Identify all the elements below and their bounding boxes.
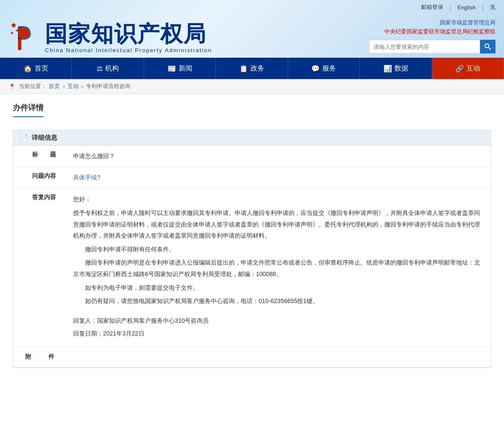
separator1: | xyxy=(450,4,451,11)
question-label: 问题内容 xyxy=(13,167,65,188)
navigation: 🏠 首页 ⚖ 机构 📰 新闻 📋 政务 💬 服务 📊 数据 🔗 互动 xyxy=(0,58,504,79)
search-bar xyxy=(369,40,495,53)
mailbox-link[interactable]: 邮箱登录 xyxy=(421,3,443,11)
svg-line-6 xyxy=(489,47,491,50)
attachment-label: 附 件 xyxy=(13,347,65,368)
svg-point-5 xyxy=(485,44,489,48)
answer-label: 答复内容 xyxy=(13,188,65,347)
location-icon: 📍 xyxy=(9,83,15,90)
answer-line-5: 如仍有疑问，请您致电国家知识产权局客户服务中心咨询，电话：010-6235665… xyxy=(73,295,482,307)
nav-institution[interactable]: ⚖ 机构 xyxy=(72,58,144,79)
news-icon: 📰 xyxy=(168,65,176,73)
link-discipline-inspection[interactable]: 中央纪委国家监委驻市场监管总局纪检监察组 xyxy=(384,28,495,35)
detail-header-text: 详细信息 xyxy=(32,134,57,142)
breadcrumb-prefix: 当前位置： xyxy=(19,82,47,90)
table-row-title: 标 题 申请怎么撤回？ xyxy=(13,146,491,167)
main-content: 办件详情 📄 详细信息 标 题 申请怎么撤回？ 问题内容 具体手续? 答复内容 … xyxy=(0,94,504,377)
logo-cn: 国家知识产权局 xyxy=(45,19,212,49)
nav-service[interactable]: 💬 服务 xyxy=(288,58,360,79)
header-top: 邮箱登录 | English | 无 xyxy=(0,0,504,15)
reply-info: 回复人：国家知识产权局客户服务中心310号咨询员 回复日期：2021年3月22日 xyxy=(73,315,482,339)
answer-line-1: 授予专利权之前，申请人随时可以主动要求撤回其专利申请。申请人撤回专利申请的，应当… xyxy=(73,207,482,241)
answer-line-0: 您好： xyxy=(73,194,482,205)
institution-icon: ⚖ xyxy=(97,65,103,73)
breadcrumb-sep2: > xyxy=(81,83,84,90)
header-right: 国家市场监督管理总局 中央纪委国家监委驻市场监管总局纪检监察组 xyxy=(369,19,495,53)
breadcrumb-sep1: > xyxy=(62,83,65,90)
english-link[interactable]: English xyxy=(457,4,476,11)
service-icon: 💬 xyxy=(311,65,320,73)
header-links-right: 国家市场监督管理总局 中央纪委国家监委驻市场监管总局纪检监察组 xyxy=(384,19,495,35)
title-value: 申请怎么撤回？ xyxy=(65,146,491,167)
nav-home-label: 首页 xyxy=(35,64,48,73)
question-value: 具体手续? xyxy=(65,167,491,188)
logo-text: 国家知识产权局 China National Intellectual Prop… xyxy=(45,19,212,53)
nav-government[interactable]: 📋 政务 xyxy=(216,58,288,79)
answer-line-2: 撤回专利申请不得附有任何条件。 xyxy=(73,244,482,255)
header-main: 国家知识产权局 China National Intellectual Prop… xyxy=(0,15,504,58)
attachment-value xyxy=(65,347,491,368)
home-icon: 🏠 xyxy=(24,65,32,73)
search-input[interactable] xyxy=(369,40,480,53)
answer-line-4: 如专利为电子申请，则需要提交电子文件。 xyxy=(73,282,482,294)
logo-icon xyxy=(9,20,41,52)
breadcrumb-current: 专利申请流程咨询 xyxy=(86,82,130,90)
search-icon xyxy=(484,43,491,50)
table-row-attachment: 附 件 xyxy=(13,347,491,368)
data-icon: 📊 xyxy=(383,65,392,73)
detail-header-icon: 📄 xyxy=(20,134,28,142)
svg-marker-1 xyxy=(11,23,16,28)
nav-home[interactable]: 🏠 首页 xyxy=(0,58,72,79)
section-title: 办件详情 xyxy=(13,103,491,126)
nav-interact[interactable]: 🔗 互动 xyxy=(432,58,504,79)
search-button[interactable] xyxy=(480,40,495,53)
breadcrumb-home[interactable]: 首页 xyxy=(49,82,60,90)
header: 邮箱登录 | English | 无 国家知识产权局 China N xyxy=(0,0,504,58)
separator2: | xyxy=(482,4,483,11)
answer-value: 您好： 授予专利权之前，申请人随时可以主动要求撤回其专利申请。申请人撤回专利申请… xyxy=(65,188,491,347)
extra-link[interactable]: 无 xyxy=(490,3,495,11)
top-links: 邮箱登录 | English | 无 xyxy=(421,3,495,11)
reply-person: 回复人：国家知识产权局客户服务中心310号咨询员 xyxy=(73,315,482,326)
nav-data[interactable]: 📊 数据 xyxy=(360,58,432,79)
breadcrumb-interact[interactable]: 互动 xyxy=(68,82,79,90)
nav-data-label: 数据 xyxy=(395,64,408,73)
nav-institution-label: 机构 xyxy=(105,64,119,73)
detail-box: 📄 详细信息 标 题 申请怎么撤回？ 问题内容 具体手续? 答复内容 您好： 授… xyxy=(13,130,491,368)
table-row-question: 问题内容 具体手续? xyxy=(13,167,491,188)
svg-marker-3 xyxy=(10,31,14,35)
interact-icon: 🔗 xyxy=(455,65,464,73)
answer-content: 您好： 授予专利权之前，申请人随时可以主动要求撤回其专利申请。申请人撤回专利申请… xyxy=(73,194,482,339)
nav-news-label: 新闻 xyxy=(179,64,192,73)
nav-service-label: 服务 xyxy=(322,64,336,73)
link-market-supervision[interactable]: 国家市场监督管理总局 xyxy=(440,19,495,27)
detail-table: 标 题 申请怎么撤回？ 问题内容 具体手续? 答复内容 您好： 授予专利权之前，… xyxy=(13,146,491,368)
breadcrumb: 📍 当前位置： 首页 > 互动 > 专利申请流程咨询 xyxy=(0,79,504,94)
nav-interact-label: 互动 xyxy=(466,64,480,73)
answer-line-3: 撤回专利申请的声明是在专利申请进入公报编辑后提出的，申请文件照常公布或者公告，但… xyxy=(73,257,482,280)
nav-news[interactable]: 📰 新闻 xyxy=(144,58,216,79)
government-icon: 📋 xyxy=(239,65,248,73)
logo-section: 国家知识产权局 China National Intellectual Prop… xyxy=(9,19,369,53)
nav-government-label: 政务 xyxy=(251,64,264,73)
logo-en: China National Intellectual Property Adm… xyxy=(45,47,212,53)
table-row-answer: 答复内容 您好： 授予专利权之前，申请人随时可以主动要求撤回其专利申请。申请人撤… xyxy=(13,188,491,347)
reply-date: 回复日期：2021年3月22日 xyxy=(73,328,482,339)
title-label: 标 题 xyxy=(13,146,65,167)
detail-header: 📄 详细信息 xyxy=(13,130,491,146)
